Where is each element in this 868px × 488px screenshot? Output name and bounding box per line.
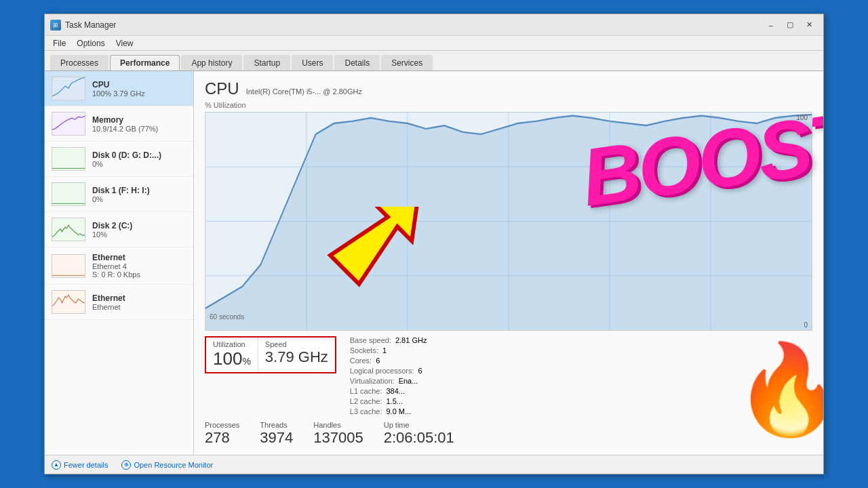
cpu-subtitle: % Utilization [205, 101, 812, 109]
cpu-info: CPU 100% 3.79 GHz [92, 80, 186, 98]
maximize-button[interactable]: ▢ [781, 18, 799, 32]
menu-options[interactable]: Options [71, 37, 110, 49]
ethernet4-label: Ethernet [92, 253, 186, 262]
disk2-info: Disk 2 (C:) 10% [92, 221, 186, 239]
logical-key: Logical processors: [350, 367, 414, 375]
disk1-thumbnail [52, 182, 85, 206]
sidebar-item-memory[interactable]: Memory 10.9/14.2 GB (77%) [45, 106, 193, 142]
minimize-button[interactable]: – [762, 18, 780, 32]
close-button[interactable]: ✕ [800, 18, 818, 32]
ethernet-info: Ethernet Ethernet [92, 293, 186, 311]
menu-view[interactable]: View [111, 37, 139, 49]
sockets-key: Sockets: [350, 346, 378, 354]
handles-value: 137005 [313, 429, 363, 447]
processes-value: 278 [205, 429, 239, 447]
speed-stat: Speed 3.79 GHz [258, 338, 335, 372]
specs-left: Base speed:2.81 GHz Sockets:1 Cores:6 Lo… [350, 336, 427, 415]
tab-users[interactable]: Users [292, 55, 333, 70]
disk1-sublabel: 0% [92, 195, 186, 203]
disk0-info: Disk 0 (D: G: D:...) 0% [92, 150, 186, 168]
base-speed-val: 2.81 GHz [395, 336, 427, 344]
sidebar-item-cpu[interactable]: CPU 100% 3.79 GHz [45, 71, 193, 106]
handles-label: Handles [313, 421, 363, 429]
sidebar-item-disk1[interactable]: Disk 1 (F: H: I:) 0% [45, 177, 193, 212]
ethernet4-sublabel: Ethernet 4 [92, 262, 186, 270]
cpu-graph: 100 60 seconds 0 [205, 112, 812, 331]
disk0-thumbnail [52, 147, 85, 171]
sidebar-item-ethernet[interactable]: Ethernet Ethernet [45, 285, 193, 320]
bottom-bar: ▲ Fewer details ⊕ Open Resource Monitor [45, 455, 823, 474]
task-manager-window: ⊞ Task Manager – ▢ ✕ File Options View P… [44, 14, 824, 474]
processes-stat: Processes 278 [205, 421, 239, 447]
tab-processes[interactable]: Processes [50, 55, 108, 70]
open-monitor-label: Open Resource Monitor [134, 461, 213, 469]
sidebar: CPU 100% 3.79 GHz Memory 10.9/14.2 G [45, 71, 194, 455]
speed-label: Speed [265, 340, 328, 348]
l2-key: L2 cache: [350, 397, 382, 405]
fewer-details-icon: ▲ [52, 460, 61, 470]
threads-value: 3974 [260, 429, 293, 447]
threads-label: Threads [260, 421, 293, 429]
specs-panel: Base speed:2.81 GHz Sockets:1 Cores:6 Lo… [350, 336, 812, 415]
disk2-label: Disk 2 (C:) [92, 221, 186, 230]
ethernet-thumbnail [52, 290, 85, 314]
window-controls: – ▢ ✕ [762, 18, 818, 32]
cores-key: Cores: [350, 357, 372, 365]
utilization-label: Utilization [213, 340, 251, 348]
fewer-details-label: Fewer details [64, 461, 108, 469]
tab-startup[interactable]: Startup [243, 55, 290, 70]
handles-stat: Handles 137005 [313, 421, 363, 447]
l2-val: 1.5... [386, 397, 402, 405]
sidebar-item-disk0[interactable]: Disk 0 (D: G: D:...) 0% [45, 142, 193, 177]
content-area: CPU 100% 3.79 GHz Memory 10.9/14.2 G [45, 71, 823, 455]
tab-details[interactable]: Details [334, 55, 380, 70]
graph-bottom-label: 0 [804, 321, 808, 329]
threads-stat: Threads 3974 [260, 421, 293, 447]
utilization-stat: Utilization 100 % [206, 338, 258, 372]
ethernet-sublabel: Ethernet [92, 303, 186, 311]
sockets-val: 1 [382, 346, 387, 354]
disk2-sublabel: 10% [92, 230, 186, 239]
cpu-description: Intel(R) Core(TM) i5-... @ 2.80GHz [246, 87, 362, 96]
virt-val: Ena... [399, 377, 418, 385]
svg-rect-6 [52, 290, 85, 312]
tab-performance[interactable]: Performance [110, 55, 180, 70]
menu-file[interactable]: File [47, 37, 71, 49]
uptime-value: 2:06:05:01 [384, 429, 454, 447]
open-resource-monitor-button[interactable]: ⊕ Open Resource Monitor [121, 460, 213, 470]
sidebar-item-ethernet4[interactable]: Ethernet Ethernet 4 S: 0 R: 0 Kbps [45, 247, 193, 285]
memory-thumbnail [52, 112, 85, 136]
uptime-label: Up time [384, 421, 454, 429]
disk1-label: Disk 1 (F: H: I:) [92, 186, 186, 195]
graph-time-label: 60 seconds [210, 313, 244, 321]
svg-rect-2 [52, 147, 85, 169]
l1-val: 384... [386, 387, 405, 395]
l1-key: L1 cache: [350, 387, 382, 395]
speed-value: 3.79 GHz [265, 348, 328, 366]
sidebar-scroll[interactable]: CPU 100% 3.79 GHz Memory 10.9/14.2 G [45, 71, 193, 455]
sidebar-item-disk2[interactable]: Disk 2 (C:) 10% [45, 212, 193, 247]
disk2-thumbnail [52, 218, 85, 241]
l3-val: 9.0 M... [386, 407, 411, 415]
fewer-details-button[interactable]: ▲ Fewer details [52, 460, 108, 470]
cpu-label: CPU [92, 80, 186, 89]
cpu-thumbnail [52, 77, 85, 100]
utilization-unit: % [242, 356, 250, 367]
memory-info: Memory 10.9/14.2 GB (77%) [92, 115, 186, 133]
graph-top-label: 100 [796, 114, 808, 121]
base-speed-key: Base speed: [350, 336, 391, 344]
cpu-sublabel: 100% 3.79 GHz [92, 89, 186, 98]
svg-rect-5 [52, 254, 85, 277]
svg-rect-1 [52, 112, 85, 134]
logical-val: 6 [418, 367, 422, 375]
tab-services[interactable]: Services [381, 55, 433, 70]
title-bar: ⊞ Task Manager – ▢ ✕ [45, 14, 823, 36]
disk0-label: Disk 0 (D: G: D:...) [92, 150, 186, 160]
main-panel: BOOST 🔥 CPU Intel(R) Core(TM) i5-... @ 2… [194, 71, 823, 455]
bottom-stats: Processes 278 Threads 3974 Handles 13700… [205, 421, 812, 447]
l3-key: L3 cache: [350, 407, 382, 415]
tab-bar: Processes Performance App history Startu… [45, 51, 823, 71]
memory-label: Memory [92, 115, 186, 125]
app-icon: ⊞ [50, 20, 61, 30]
tab-app-history[interactable]: App history [181, 55, 242, 70]
